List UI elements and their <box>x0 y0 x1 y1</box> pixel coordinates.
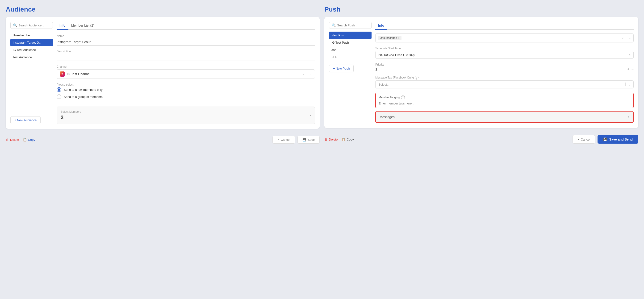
push-copy-label: Copy <box>347 138 354 141</box>
new-push-button[interactable]: + New Push <box>329 64 354 72</box>
audience-radio-few[interactable]: Send to a few members only <box>56 87 315 92</box>
push-member-tagging-input[interactable] <box>378 102 630 105</box>
audience-detail: Info Member List (2) Name Description Ch… <box>56 22 315 124</box>
audience-card: 🔍 Unsubscribed Instagram Target G... IG … <box>6 17 320 129</box>
push-audience-tag-box[interactable]: Unsubscribed × × ⌄ <box>375 34 634 42</box>
push-messages-label: Messages <box>380 115 395 119</box>
push-save-send-button[interactable]: 💾 Save and Send <box>598 135 638 144</box>
new-audience-btn-container: + New Audience <box>10 112 53 124</box>
push-audience-tag: Unsubscribed × <box>378 36 402 40</box>
select-members-label: Select Members <box>61 110 81 114</box>
push-delete-label: Delete <box>329 138 338 141</box>
audience-save-label: Save <box>308 138 315 142</box>
audience-delete-icon: 🗑 <box>6 138 9 142</box>
push-audience-tag-label: Unsubscribed <box>380 36 397 40</box>
push-delete-icon: 🗑 <box>324 138 328 141</box>
push-copy-button[interactable]: 📋 Copy <box>342 138 354 141</box>
push-cancel-button[interactable]: × Cancel <box>572 135 595 144</box>
radio-few-inner <box>58 88 60 91</box>
push-messages-box[interactable]: Messages › <box>375 111 634 123</box>
audience-name-input[interactable] <box>56 39 315 46</box>
push-detail: Info Unsubscribed × × ⌄ <box>375 22 634 123</box>
push-search-icon: 🔍 <box>332 23 336 27</box>
audience-channel-group: Channel 𝓘 IG Test Channel × ⌄ <box>56 65 315 79</box>
audience-delete-button[interactable]: 🗑 Delete <box>6 138 19 142</box>
audience-list-item-instagram[interactable]: Instagram Target G... <box>10 39 53 46</box>
push-schedule-clear-icon[interactable]: × <box>629 53 630 56</box>
push-message-tag-select[interactable]: Select... ⌄ <box>375 80 634 88</box>
push-message-tag-help-icon[interactable]: ? <box>415 76 418 80</box>
audience-copy-button[interactable]: 📋 Copy <box>23 138 35 142</box>
push-search-box[interactable]: 🔍 <box>329 22 372 29</box>
audience-tab-member-list[interactable]: Member List (2) <box>68 22 97 30</box>
audience-bottom-bar: 🗑 Delete 📋 Copy × Cancel 💾 Save <box>6 132 320 144</box>
push-message-tag-actions: ⌄ <box>624 82 630 86</box>
push-search-input[interactable] <box>337 24 369 27</box>
push-copy-icon: 📋 <box>342 138 345 141</box>
new-audience-button[interactable]: + New Audience <box>10 116 40 124</box>
channel-clear-icon[interactable]: × <box>302 72 304 76</box>
push-tab-info[interactable]: Info <box>375 22 387 30</box>
audience-search-input[interactable] <box>18 24 50 27</box>
audience-list-item-ig-test[interactable]: IG Test Audience <box>10 46 53 54</box>
audience-description-input[interactable] <box>56 54 315 61</box>
push-audience-clear-icon[interactable]: × <box>622 36 624 40</box>
push-list-item-hi[interactable]: HI HI <box>329 54 372 61</box>
select-members-box[interactable]: Select Members 2 › <box>56 106 315 124</box>
push-tab-bar: Info <box>375 22 634 30</box>
audience-save-button[interactable]: 💾 Save <box>298 136 320 144</box>
audience-cancel-label: Cancel <box>281 138 290 142</box>
push-save-icon: 💾 <box>603 138 607 141</box>
audience-radio-group-label: Send to a group of members <box>64 95 102 98</box>
instagram-icon: 𝓘 <box>60 72 65 77</box>
push-list-item-new[interactable]: New Push <box>329 32 372 39</box>
push-priority-buttons: + − <box>627 67 634 72</box>
push-audience-tag-actions: × ⌄ <box>622 36 631 40</box>
push-bottom-bar: 🗑 Delete 📋 Copy × Cancel 💾 Save and Send <box>324 132 638 144</box>
audience-description-group: Description <box>56 50 315 61</box>
push-priority-value: 1 <box>375 67 625 72</box>
push-list-item-asd[interactable]: asd <box>329 46 372 54</box>
new-push-btn-container: + New Push <box>329 61 372 72</box>
select-members-content: Select Members 2 <box>61 110 81 120</box>
push-audience-group: Unsubscribed × × ⌄ <box>375 34 634 42</box>
push-title: Push <box>324 6 638 13</box>
push-schedule-value: 2021/08/23 11:55 (+08:00) <box>378 53 415 56</box>
channel-dropdown-icon[interactable]: ⌄ <box>309 72 312 76</box>
audience-channel-select[interactable]: 𝓘 IG Test Channel × ⌄ <box>56 69 315 79</box>
audience-radio-group-members[interactable]: Send to a group of members <box>56 94 315 99</box>
audience-please-select-label: Please select <box>56 83 315 86</box>
audience-name-group: Name <box>56 34 315 46</box>
audience-channel-label: Channel <box>56 65 315 68</box>
audience-channel-name: IG Test Channel <box>67 72 302 76</box>
push-priority-minus-button[interactable]: − <box>632 67 634 72</box>
push-member-tagging-help-icon[interactable]: ? <box>401 96 405 99</box>
push-message-tag-group: Message Tag (Facebook Only) ? Select... … <box>375 76 634 88</box>
audience-search-box[interactable]: 🔍 <box>10 22 53 29</box>
audience-save-icon: 💾 <box>302 138 306 142</box>
audience-list-column: 🔍 Unsubscribed Instagram Target G... IG … <box>10 22 53 124</box>
push-audience-tag-remove[interactable]: × <box>398 36 399 40</box>
audience-tab-info[interactable]: Info <box>56 22 68 30</box>
push-delete-button[interactable]: 🗑 Delete <box>324 138 338 141</box>
audience-list-item-unsubscribed[interactable]: Unsubscribed <box>10 32 53 39</box>
push-member-tagging-label: Member Tagging ? <box>378 96 630 99</box>
audience-list-item-test[interactable]: Test Audience <box>10 54 53 61</box>
audience-description-label: Description <box>56 50 315 53</box>
push-save-send-label: Save and Send <box>609 138 633 141</box>
push-list-item-ig-test[interactable]: IG Test Push <box>329 39 372 46</box>
push-message-tag-dropdown-icon[interactable]: ⌄ <box>628 83 630 86</box>
audience-cancel-button[interactable]: × Cancel <box>272 136 295 144</box>
audience-radio-group: Send to a few members only Send to a gro… <box>56 87 315 99</box>
audience-copy-icon: 📋 <box>23 138 27 142</box>
audience-please-select-group: Please select Send to a few members only <box>56 83 315 99</box>
radio-few-outer <box>56 87 61 92</box>
radio-group-outer <box>56 94 61 99</box>
push-priority-plus-button[interactable]: + <box>627 67 629 72</box>
push-cancel-icon: × <box>578 138 579 141</box>
select-members-count: 2 <box>61 114 81 120</box>
push-schedule-box[interactable]: 2021/08/23 11:55 (+08:00) × <box>375 51 634 59</box>
audience-copy-label: Copy <box>28 138 35 142</box>
push-audience-dropdown-icon[interactable]: ⌄ <box>628 36 631 40</box>
push-message-tag-placeholder: Select... <box>378 83 390 86</box>
